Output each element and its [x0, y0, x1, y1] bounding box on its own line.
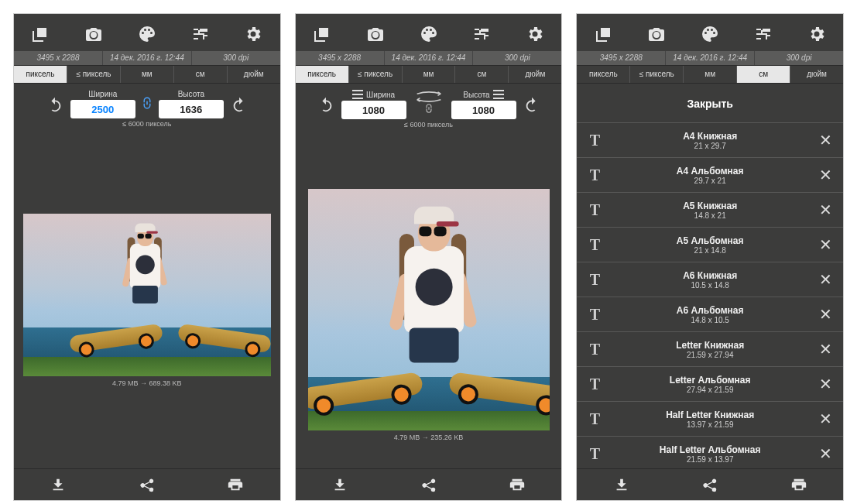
preview-image[interactable] — [308, 189, 550, 430]
print-button[interactable] — [191, 469, 280, 500]
text-icon: T — [580, 445, 609, 463]
gallery-button[interactable] — [577, 25, 630, 43]
sliders-button[interactable] — [737, 25, 790, 43]
palette-button[interactable] — [684, 25, 737, 43]
unit-inch[interactable]: дюйм — [509, 66, 561, 83]
gear-icon — [526, 25, 544, 43]
unit-mm[interactable]: мм — [403, 66, 456, 83]
gallery-icon — [595, 25, 613, 43]
preset-row[interactable]: TA4 Альбомная29.7 x 21✕ — [577, 157, 843, 192]
preset-delete[interactable]: ✕ — [811, 305, 840, 324]
meta-dimensions: 3495 x 2288 — [296, 51, 384, 65]
height-input[interactable] — [451, 101, 516, 119]
unit-inch[interactable]: дюйм — [790, 66, 843, 83]
share-button[interactable] — [384, 469, 473, 500]
bottom-bar — [14, 468, 280, 500]
share-button[interactable] — [666, 469, 755, 500]
preset-row[interactable]: TLetter Книжная21.59 x 27.94✕ — [577, 331, 843, 366]
menu-icon[interactable] — [352, 90, 363, 99]
preset-row[interactable]: TA5 Книжная14.8 x 21✕ — [577, 192, 843, 227]
unit-maxpixel[interactable]: ≤ пиксель — [349, 66, 403, 83]
print-button[interactable] — [754, 469, 843, 500]
settings-button[interactable] — [227, 25, 280, 43]
palette-button[interactable] — [120, 25, 173, 43]
sliders-button[interactable] — [455, 25, 509, 43]
camera-button[interactable] — [630, 25, 684, 43]
unit-pixel[interactable]: пиксель — [577, 66, 630, 83]
unit-inch[interactable]: дюйм — [228, 66, 280, 83]
meta-dpi: 300 dpi — [192, 51, 280, 65]
download-button[interactable] — [14, 469, 103, 500]
unit-pixel[interactable]: пиксель — [14, 66, 67, 83]
settings-button[interactable] — [509, 25, 562, 43]
unit-tabs: пиксель ≤ пиксель мм см дюйм — [14, 65, 280, 84]
unit-cm[interactable]: см — [174, 66, 228, 83]
download-icon — [331, 476, 348, 493]
height-input[interactable] — [159, 100, 224, 118]
preset-delete[interactable]: ✕ — [811, 410, 840, 428]
share-button[interactable] — [103, 469, 192, 500]
preset-row[interactable]: TA4 Книжная21 x 29.7✕ — [577, 122, 843, 157]
aspect-lock-button[interactable] — [140, 96, 154, 112]
close-header[interactable]: Закрыть — [577, 84, 843, 122]
width-input[interactable] — [341, 101, 406, 119]
camera-button[interactable] — [348, 25, 402, 43]
unit-mm[interactable]: мм — [684, 66, 737, 83]
width-label: Ширина — [366, 91, 395, 99]
swap-button[interactable] — [411, 91, 447, 116]
preset-delete[interactable]: ✕ — [811, 270, 840, 289]
camera-icon — [647, 25, 666, 43]
width-label: Ширина — [88, 90, 117, 98]
menu-icon[interactable] — [493, 90, 504, 99]
preset-row[interactable]: THalf Letter Альбомная21.59 x 13.97✕ — [577, 436, 843, 468]
print-button[interactable] — [473, 469, 562, 500]
undo-button[interactable] — [315, 96, 337, 113]
unit-cm[interactable]: см — [455, 66, 509, 83]
undo-button[interactable] — [44, 96, 66, 113]
preview-image[interactable] — [23, 214, 271, 376]
settings-button[interactable] — [790, 25, 843, 43]
unit-maxpixel[interactable]: ≤ пиксель — [630, 66, 684, 83]
preset-row[interactable]: TA5 Альбомная21 x 14.8✕ — [577, 227, 843, 262]
preset-delete[interactable]: ✕ — [811, 444, 840, 463]
preview-area: 4.79 MB → 689.38 KB — [14, 132, 280, 468]
preset-delete[interactable]: ✕ — [811, 340, 840, 358]
height-label: Высота — [178, 90, 204, 98]
meta-date: 14 дек. 2016 г. 12:44 — [385, 51, 473, 65]
download-button[interactable] — [296, 469, 385, 500]
preset-dim: 29.7 x 21 — [609, 177, 811, 185]
preview-area: 4.79 MB → 235.26 KB — [296, 133, 562, 468]
camera-button[interactable] — [67, 25, 121, 43]
link-icon — [423, 91, 434, 126]
preset-row[interactable]: TA6 Альбомная14.8 x 10.5✕ — [577, 297, 843, 331]
redo-button[interactable] — [521, 96, 543, 113]
gallery-button[interactable] — [296, 25, 349, 43]
unit-pixel[interactable]: пиксель — [296, 66, 349, 83]
preset-list: TA4 Книжная21 x 29.7✕TA4 Альбомная29.7 x… — [577, 122, 843, 468]
preset-delete[interactable]: ✕ — [811, 166, 840, 184]
camera-icon — [84, 25, 103, 43]
meta-dimensions: 3495 x 2288 — [14, 51, 102, 65]
gallery-button[interactable] — [14, 25, 67, 43]
download-button[interactable] — [577, 469, 666, 500]
preset-delete[interactable]: ✕ — [811, 375, 840, 393]
unit-maxpixel[interactable]: ≤ пиксель — [67, 66, 121, 83]
palette-button[interactable] — [402, 25, 455, 43]
text-icon: T — [580, 166, 609, 184]
unit-cm[interactable]: см — [737, 66, 790, 83]
preset-row[interactable]: TA6 Книжная10.5 x 14.8✕ — [577, 262, 843, 297]
preset-dim: 27.94 x 21.59 — [609, 386, 811, 394]
preset-delete[interactable]: ✕ — [811, 201, 840, 219]
width-input[interactable] — [70, 100, 135, 118]
sliders-icon — [191, 25, 210, 43]
preset-delete[interactable]: ✕ — [811, 235, 840, 254]
redo-button[interactable] — [228, 96, 250, 113]
unit-mm[interactable]: мм — [121, 66, 174, 83]
download-icon — [50, 476, 67, 493]
preset-row[interactable]: THalf Letter Книжная13.97 x 21.59✕ — [577, 401, 843, 436]
text-icon: T — [580, 271, 609, 289]
share-icon — [701, 476, 718, 493]
preset-delete[interactable]: ✕ — [811, 131, 840, 149]
preset-row[interactable]: TLetter Альбомная27.94 x 21.59✕ — [577, 366, 843, 401]
sliders-button[interactable] — [173, 25, 227, 43]
